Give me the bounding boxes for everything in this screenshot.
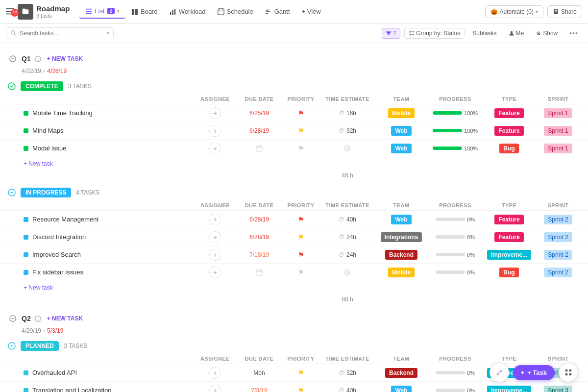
task-name[interactable]: Fix sidebar issues [32,269,193,276]
task-name[interactable]: Improved Search [32,251,193,258]
fab-grid-button[interactable] [559,363,578,382]
assignee-cell: + [193,385,237,392]
progress-cell: 100% [428,110,482,116]
priority-flag: ⚑ [298,269,304,276]
progress-cell: 0% [428,252,482,258]
clock-icon [344,269,351,276]
task-name[interactable]: Overhauled API [32,369,193,376]
assignee-cell: + [193,367,237,379]
task-name[interactable]: Mobile Time Tracking [32,109,193,117]
task-name[interactable]: Mind Maps [32,127,193,134]
q2-dates: 4/29/19 › 5/3/19 [22,327,580,334]
toolbar: ▾ 1 Group by: Status Subtasks Me Show ••… [0,24,588,43]
task-name[interactable]: Modal issue [32,145,193,152]
planned-badge[interactable]: PLANNED [21,341,59,351]
task-name[interactable]: Resource Management [32,216,193,223]
team-cell: Mobile [374,268,428,277]
due-date-cell: 6/28/19 [237,234,281,241]
team-cell: Web [374,215,428,224]
show-button[interactable]: Show [532,28,562,38]
progress-bar [436,235,465,239]
me-button[interactable]: Me [505,28,528,38]
sprint-cell: Sprint 2 [536,232,580,242]
add-assignee-button[interactable]: + [209,231,221,243]
menu-icon[interactable]: 27 [6,7,16,17]
subtasks-button[interactable]: Subtasks [468,28,500,38]
svg-rect-41 [256,270,262,275]
automate-button[interactable]: 🎃 Automate (0) ▾ [485,5,543,18]
progress-bar [433,111,462,115]
inprogress-new-task-button[interactable]: + New task [0,281,588,294]
inprogress-badge[interactable]: IN PROGRESS [21,188,71,197]
complete-expand-icon[interactable] [8,82,16,90]
complete-new-task-button[interactable]: + New task [0,157,588,170]
sprint-cell: Sprint 1 [536,108,580,118]
table-row: Resource Management + 6/28/19 ⚑ ⏱ 40h We… [0,211,588,228]
team-badge: Web [391,215,411,224]
tab-board[interactable]: Board [125,5,164,18]
q2-info-icon: i [35,316,41,322]
task-name[interactable]: Translation and Localization [32,387,193,392]
complete-total-time: 48 h [320,172,374,179]
type-cell: Feature [482,232,536,242]
priority-cell: ⚑ [281,145,320,152]
tab-gantt[interactable]: Gantt [259,5,296,18]
sprint-badge: Sprint 1 [544,126,572,136]
complete-task-count: 3 TASKS [68,83,92,90]
svg-line-19 [14,34,16,35]
add-assignee-button[interactable]: + [209,107,221,119]
planned-expand-icon[interactable] [8,342,16,350]
planned-group-header: PLANNED 3 TASKS [0,338,588,354]
groupby-button[interactable]: Group by: Status [404,28,465,39]
task-name[interactable]: Discord Integration [32,233,193,241]
team-cell: Backend [374,368,428,378]
complete-badge[interactable]: COMPLETE [21,81,63,91]
filter-button[interactable]: 1 [382,28,400,39]
priority-flag: ⚑ [298,216,304,223]
q1-expand-icon[interactable] [8,54,18,64]
sprint-cell: Sprint 2 [536,215,580,224]
tab-workload[interactable]: Workload [164,5,212,18]
more-options-button[interactable]: ••• [565,28,582,39]
assignee-cell: + [193,143,237,154]
timeest-cell: ⏱ 32h [320,369,374,376]
table-row: Improved Search + 7/18/19 ⚑ ⏱ 24h Backen… [0,246,588,264]
add-assignee-button[interactable]: + [209,249,221,261]
fab-add-task-button[interactable]: + + Task [513,365,555,380]
add-assignee-button[interactable]: + [209,367,221,379]
progress-pct: 0% [467,370,475,376]
task-color-dot [24,252,28,257]
q1-dates: 4/22/19 › 4/26/19 [22,68,580,74]
inprogress-expand-icon[interactable] [8,189,16,196]
time-icon: ⏱ [339,127,344,134]
time-icon: ⏱ [339,216,344,223]
q1-new-task-button[interactable]: + NEW TASK [47,55,83,62]
add-assignee-button[interactable]: + [209,125,221,137]
svg-point-24 [510,31,513,33]
tab-view[interactable]: + View [296,5,327,18]
page-subtitle: 3 Lists [36,13,70,19]
inprogress-col-headers: ASSIGNEE DUE DATE PRIORITY TIME ESTIMATE… [0,200,588,211]
search-input[interactable] [20,30,93,37]
svg-rect-4 [86,11,92,12]
team-badge: Web [391,144,411,153]
svg-rect-43 [260,269,261,271]
add-assignee-button[interactable]: + [209,143,221,154]
priority-cell: ⚑ [281,251,320,259]
quarter-q1-header: Q1 i + NEW TASK [0,51,588,67]
task-color-dot [24,270,28,275]
add-assignee-button[interactable]: + [209,385,221,392]
table-row: Fix sidebar issues + ⚑ Mobile 0% Bug [0,264,588,281]
q2-new-task-button[interactable]: + NEW TASK [47,315,83,322]
tab-schedule[interactable]: Schedule [212,5,259,18]
q2-expand-icon[interactable] [8,314,18,323]
fab-edit-button[interactable] [490,363,509,382]
q1-info-icon: i [35,56,41,62]
add-assignee-button[interactable]: + [209,267,221,278]
search-box[interactable]: ▾ [6,27,114,39]
add-assignee-button[interactable]: + [209,214,221,225]
share-button[interactable]: Share [547,5,582,18]
svg-rect-5 [86,13,92,14]
time-icon: ⏱ [339,110,344,117]
tab-list[interactable]: List 2 ▾ [79,4,125,19]
